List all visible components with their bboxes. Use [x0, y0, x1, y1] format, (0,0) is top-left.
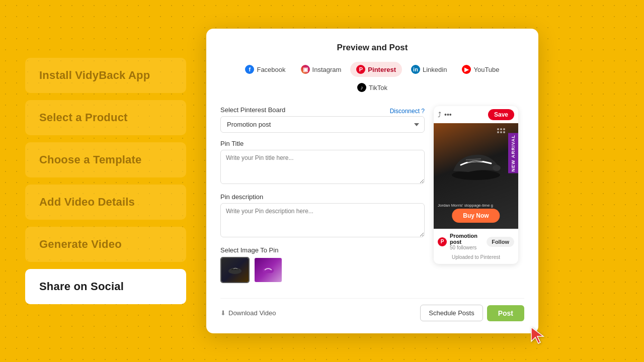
board-group: Select Pinterest Board Disconnect ? Prom… [220, 106, 425, 133]
pin-followers-count: 50 followers [450, 245, 484, 250]
step-install[interactable]: Install VidyBack App [25, 58, 186, 93]
tab-linkedin[interactable]: in Linkedin [405, 62, 453, 77]
disconnect-link[interactable]: Disconnect ? [390, 108, 425, 115]
post-button[interactable]: Post [487, 305, 524, 321]
pin-image-background: NEW ARRIVAL Jordan Morris' stoppage-time… [434, 123, 518, 229]
cursor-svg [529, 325, 549, 345]
pin-image-area: NEW ARRIVAL Jordan Morris' stoppage-time… [434, 123, 518, 229]
pin-card-footer: P Promotion post 50 followers Follow [434, 229, 518, 254]
preview-post-modal: Preview and Post f Facebook ▣ Instagram … [206, 29, 538, 333]
new-arrival-badge: NEW ARRIVAL [508, 133, 518, 173]
tab-tiktok-label: TikTok [369, 84, 387, 92]
nike-shoe-visual [439, 128, 513, 199]
linkedin-icon: in [411, 65, 420, 74]
modal-title: Preview and Post [220, 43, 524, 53]
tiktok-icon: ♪ [357, 83, 366, 92]
image-thumb-1[interactable] [220, 257, 250, 283]
svg-marker-4 [531, 327, 543, 343]
step-details[interactable]: Add Video Details [25, 185, 186, 220]
bottom-buttons: Schedule Posts Post [420, 305, 524, 321]
shoe-thumbnail-1 [227, 265, 243, 275]
pin-card-actions: ⤴ ••• [438, 111, 452, 119]
pin-title-group: Pin Title [220, 140, 425, 186]
image-thumb-2[interactable] [254, 257, 283, 283]
tab-pinterest-label: Pinterest [368, 66, 396, 73]
pin-share-icon[interactable]: ⤴ [438, 111, 441, 119]
download-label: Download Video [228, 309, 276, 317]
pinterest-logo-icon: P [438, 237, 447, 246]
social-tabs: f Facebook ▣ Instagram P Pinterest in Li… [220, 62, 524, 95]
tab-youtube-label: YouTube [473, 66, 499, 73]
pin-uploaded-text: Uploaded to Pinterest [434, 254, 518, 264]
tab-pinterest[interactable]: P Pinterest [350, 62, 402, 77]
form-layout: Select Pinterest Board Disconnect ? Prom… [220, 106, 524, 290]
pin-desc-input[interactable] [220, 203, 425, 237]
pinterest-icon: P [356, 65, 365, 74]
pin-board-name: Promotion post [450, 233, 484, 245]
tab-tiktok[interactable]: ♪ TikTok [351, 80, 393, 95]
shoe-svg [448, 146, 504, 181]
pin-preview-panel: ⤴ ••• Save [434, 106, 524, 290]
pin-buy-now-button[interactable]: Buy Now [452, 209, 500, 223]
tab-linkedin-label: Linkedin [423, 66, 447, 73]
pin-desc-label: Pin description [220, 193, 425, 201]
tab-youtube[interactable]: ▶ YouTube [456, 62, 505, 77]
board-select[interactable]: Promotion post [220, 116, 425, 133]
step-generate[interactable]: Generate Video [25, 227, 186, 262]
step-share[interactable]: Share on Social [25, 269, 186, 304]
image-selector [220, 257, 425, 283]
image-select-group: Select Image To Pin [220, 246, 425, 283]
pin-save-button[interactable]: Save [488, 109, 514, 120]
pin-more-icon[interactable]: ••• [444, 111, 452, 119]
tab-facebook-label: Facebook [257, 66, 285, 73]
tab-instagram[interactable]: ▣ Instagram [295, 62, 348, 77]
board-label: Select Pinterest Board [220, 106, 285, 114]
youtube-icon: ▶ [462, 65, 471, 74]
post-label: Post [498, 309, 513, 317]
step-template[interactable]: Choose a Template [25, 142, 186, 177]
form-left: Select Pinterest Board Disconnect ? Prom… [220, 106, 425, 290]
shoe-thumbnail-2 [261, 265, 276, 275]
steps-panel: Install VidyBack App Select a Product Ch… [25, 58, 186, 304]
pin-preview-card: ⤴ ••• Save [434, 106, 518, 264]
pin-follow-button[interactable]: Follow [487, 237, 514, 247]
tab-instagram-label: Instagram [312, 66, 342, 73]
pin-card-header: ⤴ ••• Save [434, 106, 518, 123]
pin-name-text: Jordan Morris' stoppage-time g [438, 203, 505, 208]
tab-facebook[interactable]: f Facebook [239, 62, 291, 77]
pin-title-label: Pin Title [220, 140, 425, 147]
facebook-icon: f [245, 65, 254, 74]
pin-desc-group: Pin description [220, 193, 425, 239]
pin-title-input[interactable] [220, 150, 425, 184]
download-icon: ⬇ [220, 309, 226, 317]
instagram-icon: ▣ [301, 65, 310, 74]
svg-point-3 [493, 165, 501, 171]
pin-board-info: Promotion post 50 followers [450, 233, 484, 250]
step-product[interactable]: Select a Product [25, 100, 186, 135]
select-image-label: Select Image To Pin [220, 246, 425, 254]
modal-bottom-bar: ⬇ Download Video Schedule Posts Post [220, 298, 524, 321]
schedule-posts-button[interactable]: Schedule Posts [420, 305, 482, 321]
svg-point-2 [452, 170, 500, 180]
download-video-link[interactable]: ⬇ Download Video [220, 309, 276, 317]
